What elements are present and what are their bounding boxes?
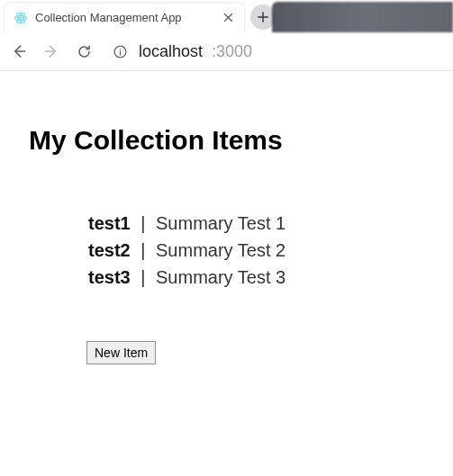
svg-point-0 — [20, 16, 23, 19]
new-item-button[interactable]: New Item — [86, 341, 156, 364]
tab-title: Collection Management App — [35, 11, 222, 24]
tab-strip: Collection Management App — [0, 0, 453, 32]
item-name: test3 — [88, 267, 131, 287]
separator: | — [135, 240, 150, 260]
forward-button[interactable] — [41, 41, 61, 61]
site-info-icon[interactable] — [110, 41, 130, 61]
url-port: :3000 — [212, 42, 252, 61]
page-content: My Collection Items test1 | Summary Test… — [0, 71, 453, 400]
items-list: test1 | Summary Test 1 test2 | Summary T… — [88, 210, 431, 291]
item-summary: Summary Test 3 — [156, 267, 285, 287]
reload-button[interactable] — [74, 41, 94, 61]
separator: | — [135, 267, 150, 287]
item-summary: Summary Test 1 — [156, 213, 285, 233]
item-summary: Summary Test 2 — [156, 240, 285, 260]
react-icon — [14, 11, 28, 25]
list-item: test2 | Summary Test 2 — [88, 237, 431, 264]
address-bar[interactable]: localhost:3000 — [106, 41, 444, 61]
page-title: My Collection Items — [29, 125, 431, 156]
inactive-tabs-region — [272, 2, 453, 32]
browser-tab[interactable]: Collection Management App — [4, 2, 245, 32]
back-button[interactable] — [9, 41, 29, 61]
url-host: localhost — [139, 42, 203, 61]
list-item: test1 | Summary Test 1 — [88, 210, 431, 237]
browser-toolbar: localhost:3000 — [0, 32, 453, 70]
actions: New Item — [86, 341, 431, 364]
list-item: test3 | Summary Test 3 — [88, 264, 431, 291]
separator: | — [135, 213, 150, 233]
svg-point-5 — [119, 48, 121, 49]
close-icon[interactable] — [222, 10, 235, 25]
item-name: test1 — [88, 213, 131, 233]
item-name: test2 — [88, 240, 131, 260]
